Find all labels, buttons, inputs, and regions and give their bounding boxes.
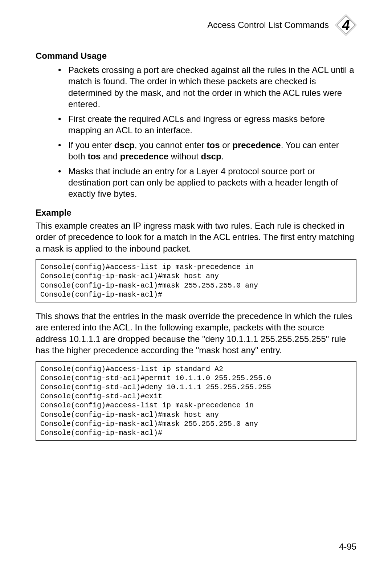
- bullet-text: without: [168, 151, 201, 161]
- command-usage-list: Packets crossing a port are checked agai…: [36, 64, 356, 200]
- page-header: Access Control List Commands 4: [36, 15, 356, 36]
- bold-term: dscp: [201, 151, 221, 161]
- code-block: Console(config)#access-list ip standard …: [36, 361, 356, 441]
- bullet-item: Packets crossing a port are checked agai…: [58, 64, 356, 110]
- code-block: Console(config)#access-list ip mask-prec…: [36, 259, 356, 302]
- bullet-item: First create the required ACLs and ingre…: [58, 113, 356, 136]
- bullet-text: First create the required ACLs and ingre…: [68, 114, 325, 135]
- example-paragraph: This shows that the entries in the mask …: [36, 310, 356, 356]
- bold-term: precedence: [232, 140, 281, 150]
- chapter-number-icon: 4: [335, 15, 356, 36]
- bullet-text: Masks that include an entry for a Layer …: [68, 166, 338, 199]
- svg-text:4: 4: [342, 17, 350, 33]
- command-usage-heading: Command Usage: [36, 51, 356, 61]
- bullet-text: If you enter: [68, 140, 114, 150]
- bold-term: tos: [87, 151, 101, 161]
- bullet-text: and: [101, 151, 120, 161]
- bullet-item: If you enter dscp, you cannot enter tos …: [58, 139, 356, 162]
- bullet-text: , you cannot enter: [135, 140, 207, 150]
- example-paragraph: This example creates an IP ingress mask …: [36, 220, 356, 254]
- bullet-text: or: [220, 140, 233, 150]
- bullet-item: Masks that include an entry for a Layer …: [58, 166, 356, 200]
- header-title: Access Control List Commands: [207, 20, 329, 30]
- bold-term: dscp: [114, 140, 135, 150]
- example-heading: Example: [36, 208, 356, 218]
- bullet-text: Packets crossing a port are checked agai…: [68, 65, 354, 109]
- bullet-text: .: [221, 151, 224, 161]
- bold-term: tos: [207, 140, 220, 150]
- bold-term: precedence: [120, 151, 168, 161]
- page-number: 4-95: [339, 542, 356, 552]
